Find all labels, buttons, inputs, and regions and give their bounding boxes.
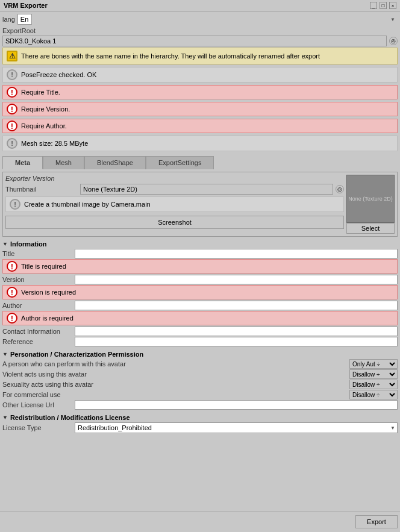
- title-error-row: ! Title is required: [2, 259, 398, 274]
- information-section: ▼ Information Title ! Title is required …: [2, 238, 398, 347]
- other-license-input[interactable]: [75, 400, 398, 410]
- mesh-size-alert: ! Mesh size: 28.5 MByte: [2, 136, 398, 151]
- contact-input[interactable]: [75, 327, 398, 336]
- permission-label-0: A person who can perform with this avata…: [2, 360, 349, 368]
- thumbnail-label: Thumbnail: [5, 186, 78, 193]
- warning-text: There are bones with the same name in th…: [21, 52, 320, 60]
- tabs-container: Meta Mesh BlendShape ExportSettings: [2, 156, 398, 169]
- permission-dropdown-2[interactable]: Disallow ÷: [349, 380, 398, 389]
- personation-section: ▼ Personation / Characterization Permiss…: [2, 348, 398, 410]
- window-controls: _ □ ×: [370, 2, 396, 9]
- tab-mesh[interactable]: Mesh: [43, 156, 84, 169]
- thumbnail-preview-text: None (Texture 2D): [348, 196, 393, 202]
- posefreeze-text: PoseFreeze checked. OK: [21, 71, 96, 78]
- thumbnail-circle-btn[interactable]: ◎: [336, 185, 344, 193]
- permission-row-3: For commercial use Disallow ÷: [2, 390, 398, 399]
- permission-label-1: Violent acts using this avatar: [2, 371, 349, 378]
- license-type-label: License Type: [2, 424, 75, 431]
- camera-info-text: Create a thumbnail image by Camera.main: [24, 201, 151, 208]
- export-button[interactable]: Export: [355, 515, 398, 528]
- tab-blendshape[interactable]: BlendShape: [84, 156, 146, 169]
- information-triangle: ▼: [2, 241, 8, 247]
- lang-dropdown-wrapper: En: [17, 14, 398, 25]
- meta-left: Exporter Version Thumbnail ◎ ! Create a …: [5, 175, 344, 234]
- permission-row-2: Sexuality acts using this avatar Disallo…: [2, 380, 398, 389]
- select-button[interactable]: Select: [346, 223, 395, 234]
- meta-right: None (Texture 2D) Select: [346, 175, 395, 234]
- version-field-row: Version: [2, 275, 398, 284]
- info-icon-meshsize: !: [7, 138, 17, 149]
- require-author-alert: ! Require Author.: [2, 119, 398, 133]
- version-input[interactable]: [75, 275, 398, 284]
- other-license-row: Other License Url: [2, 400, 398, 410]
- title-field-row: Title: [2, 249, 398, 258]
- information-header: ▼ Information: [2, 240, 398, 248]
- author-input[interactable]: [75, 301, 398, 310]
- exporter-version-label: Exporter Version: [5, 175, 55, 182]
- thumbnail-row: Thumbnail ◎: [5, 184, 344, 195]
- reference-field-row: Reference: [2, 337, 398, 346]
- error-icon-author2: !: [7, 313, 17, 324]
- redistribution-section: ▼ Redistribution / Modifications License…: [2, 412, 398, 434]
- other-license-label: Other License Url: [2, 401, 75, 408]
- require-version-alert: ! Require Version.: [2, 102, 398, 116]
- export-root-circle-btn[interactable]: ◎: [389, 37, 398, 45]
- exporter-version-row: Exporter Version: [5, 175, 344, 182]
- title-label: Title: [2, 250, 75, 257]
- personation-header-text: Personation / Characterization Permissio…: [10, 351, 143, 358]
- version-error-text: Version is required: [21, 289, 76, 296]
- maximize-btn[interactable]: □: [380, 2, 387, 9]
- permission-label-3: For commercial use: [2, 391, 349, 398]
- thumbnail-input: [80, 184, 333, 195]
- permission-label-2: Sexuality acts using this avatar: [2, 381, 349, 388]
- posefreeze-alert: ! PoseFreeze checked. OK: [2, 67, 398, 83]
- meta-panel-inner: Exporter Version Thumbnail ◎ ! Create a …: [5, 175, 395, 234]
- permission-dropdown-0[interactable]: Only Aut ÷: [349, 359, 398, 369]
- close-btn[interactable]: ×: [389, 2, 396, 9]
- error-icon-version: !: [7, 104, 17, 114]
- contact-label: Contact Information: [2, 328, 75, 335]
- version-label: Version: [2, 276, 75, 283]
- require-title-text: Require Title.: [21, 89, 60, 96]
- error-icon-version2: !: [7, 287, 17, 298]
- thumbnail-preview: None (Texture 2D): [346, 175, 395, 223]
- permission-row-0: A person who can perform with this avata…: [2, 359, 398, 369]
- require-author-text: Require Author.: [21, 122, 67, 130]
- lang-dropdown[interactable]: En: [17, 14, 32, 25]
- error-icon-title2: !: [7, 261, 17, 272]
- permission-dropdown-3[interactable]: Disallow ÷: [349, 390, 398, 399]
- vrm-exporter-window: VRM Exporter _ □ × lang En ExportRoot ◎ …: [0, 0, 400, 532]
- permission-dropdown-1[interactable]: Disallow ÷: [349, 369, 398, 379]
- reference-label: Reference: [2, 338, 75, 345]
- require-version-text: Require Version.: [21, 105, 70, 113]
- window-title: VRM Exporter: [4, 2, 48, 9]
- redistribution-header: ▼ Redistribution / Modifications License: [2, 414, 398, 421]
- minimize-btn[interactable]: _: [370, 2, 377, 9]
- require-title-alert: ! Require Title.: [2, 85, 398, 99]
- author-error-text: Author is required: [21, 315, 73, 322]
- mesh-size-text: Mesh size: 28.5 MByte: [21, 140, 88, 147]
- error-icon-title: !: [7, 87, 17, 98]
- license-type-dropdown[interactable]: Redistribution_Prohibited: [75, 422, 398, 433]
- info-icon-posefreeze: !: [7, 69, 17, 80]
- lang-label: lang: [2, 16, 15, 23]
- title-input[interactable]: [75, 249, 398, 258]
- export-root-row: ◎: [2, 36, 398, 46]
- error-icon-author: !: [7, 120, 17, 131]
- contact-field-row: Contact Information: [2, 327, 398, 336]
- tab-meta[interactable]: Meta: [2, 156, 43, 169]
- title-bar: VRM Exporter _ □ ×: [0, 0, 400, 11]
- permission-row-1: Violent acts using this avatar Disallow …: [2, 369, 398, 379]
- tab-exportsettings[interactable]: ExportSettings: [146, 156, 214, 169]
- screenshot-button[interactable]: Screenshot: [5, 216, 344, 229]
- author-error-row: ! Author is required: [2, 311, 398, 325]
- personation-triangle: ▼: [2, 351, 8, 357]
- reference-input[interactable]: [75, 337, 398, 346]
- personation-header: ▼ Personation / Characterization Permiss…: [2, 351, 398, 358]
- title-error-text: Title is required: [21, 263, 66, 270]
- redistribution-header-text: Redistribution / Modifications License: [10, 414, 130, 421]
- license-dropdown-wrapper: Redistribution_Prohibited: [75, 422, 398, 433]
- lang-row: lang En: [2, 14, 398, 25]
- author-label: Author: [2, 302, 75, 309]
- export-root-input[interactable]: [2, 36, 387, 46]
